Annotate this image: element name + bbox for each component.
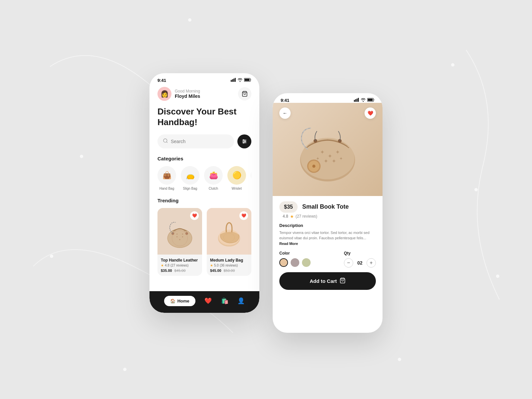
product-card-1[interactable]: ❤️ (157, 208, 202, 276)
svg-rect-41 (358, 98, 359, 102)
greeting-row: 👩 Good Morning Floyd Miles (157, 87, 251, 101)
wrislet-label: Wrislet (232, 187, 242, 190)
favorite-button[interactable]: ❤️ (365, 107, 376, 119)
cart-button[interactable] (238, 87, 251, 100)
status-icons-2 (354, 98, 375, 103)
slingbag-icon: 👝 (181, 166, 199, 185)
good-morning-label: Good Morning (175, 89, 200, 94)
svg-point-34 (182, 233, 183, 234)
rating-reviews-1: (27 reviews) (170, 264, 188, 267)
categories-row: 👜 Hand Bag 👝 Slign Bag 👛 Clutch 🟡 Wrisle… (157, 166, 251, 190)
nav-home-button[interactable]: 🏠 Home (164, 296, 195, 306)
qty-decrease-button[interactable]: − (344, 258, 353, 268)
wifi-icon-1 (238, 78, 242, 83)
clutch-icon: 👛 (204, 166, 223, 185)
trending-title: Trending (157, 198, 251, 203)
svg-point-17 (245, 141, 246, 142)
rating-star: ★ (290, 214, 294, 219)
product-name-2: Medum Lady Bag (210, 258, 248, 263)
product-rating-1: ★ 4.8 (27 reviews) (161, 264, 199, 267)
svg-point-32 (179, 239, 180, 240)
filter-button[interactable] (237, 134, 251, 148)
svg-point-2 (50, 255, 53, 258)
svg-point-28 (185, 232, 188, 235)
svg-rect-9 (232, 79, 233, 82)
phone-2: 9:41 ← ❤️ (273, 93, 383, 333)
rating-value-2: 5.0 (214, 264, 219, 267)
svg-text:✦: ✦ (324, 158, 328, 164)
product-old-price-1: $45.00 (174, 269, 186, 273)
wrislet-icon: 🟡 (227, 166, 246, 185)
greeting-left: 👩 Good Morning Floyd Miles (157, 87, 200, 101)
qty-increase-button[interactable]: + (367, 258, 376, 268)
search-input-wrap[interactable] (157, 134, 234, 148)
time-2: 9:41 (281, 98, 289, 103)
rating-reviews-2: (36 reviews) (220, 264, 238, 267)
color-swatch-2[interactable] (291, 258, 299, 267)
svg-rect-13 (245, 79, 250, 81)
user-name: Floyd Miles (175, 94, 200, 99)
rating-value-1: 4.8 (165, 264, 169, 267)
greeting-text: Good Morning Floyd Miles (175, 89, 200, 99)
color-swatch-1[interactable] (279, 258, 288, 267)
heart-badge-2[interactable]: ❤️ (239, 211, 248, 220)
color-swatch-3[interactable] (302, 258, 311, 267)
category-slingbag[interactable]: 👝 Slign Bag (181, 166, 199, 190)
battery-icon-2 (367, 98, 375, 103)
star-icon-2: ★ (210, 264, 213, 267)
slingbag-label: Slign Bag (183, 187, 197, 190)
svg-rect-40 (357, 99, 358, 102)
category-handbag[interactable]: 👜 Hand Bag (157, 166, 176, 190)
bottom-nav: 🏠 Home ❤️ 🛍️ 👤 (149, 291, 259, 313)
nav-scan-icon[interactable]: 🛍️ (221, 297, 228, 304)
heart-badge-1[interactable]: ❤️ (190, 211, 199, 220)
avatar: 👩 (157, 87, 171, 101)
back-button[interactable]: ← (279, 107, 291, 119)
svg-point-7 (398, 358, 401, 361)
home-icon: 🏠 (170, 299, 175, 303)
status-bar-2: 9:41 (273, 93, 383, 103)
category-wrislet[interactable]: 🟡 Wrislet (227, 166, 246, 190)
price-bubble: $35 (279, 201, 298, 213)
categories-title: Categories (157, 156, 251, 161)
product-name-1: Top Handle Leather (161, 258, 199, 263)
svg-point-6 (123, 368, 127, 371)
svg-point-31 (182, 236, 183, 237)
rating-row: 4.8 ★ (27 reviews) (279, 214, 376, 219)
time-1: 9:41 (157, 78, 166, 83)
rating-reviews: (27 reviews) (296, 214, 317, 219)
qty-section: Qty − 02 + (344, 251, 376, 268)
add-to-cart-button[interactable]: Add to Cart (279, 272, 376, 290)
phone-content-1: 👩 Good Morning Floyd Miles Discover Your… (149, 87, 259, 276)
hero-title: Discover Your Best Handbag! (157, 106, 251, 128)
svg-point-15 (163, 139, 167, 142)
signal-icon-2 (354, 98, 359, 103)
qty-value: 02 (357, 260, 363, 266)
svg-point-5 (496, 275, 499, 278)
product-img-1: ❤️ (157, 208, 202, 255)
product-hero: ← ❤️ ✦ (273, 103, 383, 196)
nav-favorites-icon[interactable]: ❤️ (204, 297, 212, 304)
product-old-price-2: $50.00 (224, 269, 235, 273)
status-icons-1 (231, 78, 251, 83)
status-bar-1: 9:41 (149, 73, 259, 83)
product-img-2: ❤️ (207, 208, 251, 255)
nav-profile-icon[interactable]: 👤 (237, 297, 245, 304)
product-card-2[interactable]: ❤️ Medum Lady Bag (207, 208, 251, 276)
svg-point-4 (451, 63, 454, 67)
category-boxbags[interactable]: 🎁 Box Bags (251, 166, 251, 190)
phone-1: 9:41 👩 Good Morning (149, 73, 259, 313)
product-title: Small Book Tote (302, 203, 349, 210)
battery-icon-1 (244, 78, 251, 83)
search-input[interactable] (171, 139, 229, 144)
category-clutch[interactable]: 👛 Clutch (204, 166, 223, 190)
product-info-1: Top Handle Leather ★ 4.8 (27 reviews) $3… (157, 255, 202, 276)
search-icon (163, 138, 168, 145)
color-label: Color (279, 251, 311, 256)
description-text: Tempor viverra orci vitae tortor. Sed to… (279, 230, 376, 247)
boxbag-icon: 🎁 (251, 166, 251, 185)
price-title-row: $35 Small Book Tote (279, 201, 376, 213)
svg-text:✦: ✦ (335, 149, 340, 155)
product-detail: $35 Small Book Tote 4.8 ★ (27 reviews) D… (273, 196, 383, 297)
read-more-link[interactable]: Read More (279, 242, 298, 246)
